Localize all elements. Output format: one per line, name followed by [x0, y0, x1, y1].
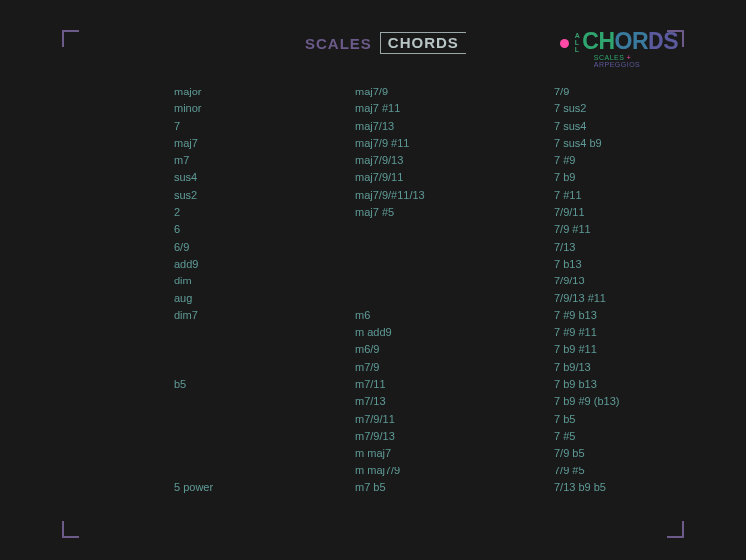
chord-item[interactable]: aug — [174, 290, 355, 307]
mode-tabs: SCALES CHORDS — [305, 32, 466, 54]
chord-item[interactable]: m7/11 — [355, 376, 554, 393]
chord-item[interactable]: m7/9 — [355, 359, 554, 376]
chord-list: majorminor7maj7m7sus4sus2266/9add9dimaug… — [174, 84, 668, 540]
chord-item[interactable]: 7/9/13 #11 — [554, 290, 668, 307]
chord-item[interactable]: minor — [174, 100, 355, 117]
chord-item[interactable]: 7 #9 #11 — [554, 324, 668, 341]
list-spacer — [174, 428, 355, 445]
chord-item[interactable]: 7 sus2 — [554, 100, 668, 117]
chord-item[interactable]: maj7/9/#11/13 — [355, 187, 554, 204]
chord-item[interactable]: 7/9 #11 — [554, 221, 668, 238]
logo-main-text: CHORDS — [582, 30, 678, 53]
chord-item[interactable]: 6/9 — [174, 239, 355, 256]
chord-item[interactable]: sus2 — [174, 187, 355, 204]
chord-item[interactable]: 7 b9/13 — [554, 359, 668, 376]
frame-corner-bl — [62, 521, 79, 538]
chord-item[interactable]: 7 sus4 — [554, 118, 668, 135]
chord-item[interactable]: dim — [174, 273, 355, 289]
tab-scales[interactable]: SCALES — [305, 35, 372, 52]
chord-item[interactable]: 7/13 b9 b5 — [554, 479, 668, 496]
frame-corner-br — [667, 521, 684, 538]
chord-item[interactable]: m7 b5 — [355, 479, 554, 496]
chord-item[interactable]: b5 — [174, 376, 355, 393]
chord-item[interactable]: 7 #9 b13 — [554, 307, 668, 324]
chord-item[interactable]: 7 — [174, 118, 355, 135]
chord-item[interactable]: 7/13 — [554, 239, 668, 256]
list-spacer — [355, 290, 554, 307]
list-spacer — [355, 256, 554, 273]
chord-item[interactable]: 7/9 b5 — [554, 445, 668, 462]
logo-subtitle: SCALES + ARPEGGIOS — [594, 54, 678, 68]
chord-item[interactable]: add9 — [174, 256, 355, 273]
chord-item[interactable]: 7/9 #5 — [554, 463, 668, 479]
chord-item[interactable]: maj7 #5 — [355, 204, 554, 221]
chord-item[interactable]: m7/13 — [355, 393, 554, 410]
list-spacer — [174, 359, 355, 376]
list-spacer — [355, 239, 554, 256]
chord-item[interactable]: maj7 — [174, 135, 355, 152]
list-spacer — [174, 445, 355, 462]
chord-item[interactable]: 7 #5 — [554, 428, 668, 445]
list-spacer — [174, 411, 355, 428]
chord-item[interactable]: major — [174, 84, 355, 100]
chord-item[interactable]: maj7/9 #11 — [355, 135, 554, 152]
chord-item[interactable]: m7/9/13 — [355, 428, 554, 445]
chord-item[interactable]: m add9 — [355, 324, 554, 341]
chord-item[interactable]: 7 b13 — [554, 256, 668, 273]
chord-item[interactable]: maj7/9/11 — [355, 169, 554, 186]
chord-item[interactable]: sus4 — [174, 169, 355, 186]
chord-item[interactable]: maj7/9/13 — [355, 152, 554, 169]
chord-item[interactable]: 7 b5 — [554, 411, 668, 428]
chord-item[interactable]: maj7/9 — [355, 84, 554, 100]
chord-item[interactable]: 6 — [174, 221, 355, 238]
app-logo: A L L CHORDS SCALES + ARPEGGIOS — [560, 30, 678, 53]
chord-item[interactable]: 7 #9 — [554, 152, 668, 169]
list-spacer — [355, 221, 554, 238]
chord-item[interactable]: 7 b9 — [554, 169, 668, 186]
chord-item[interactable]: 5 power — [174, 479, 355, 496]
list-spacer — [174, 463, 355, 479]
chord-item[interactable]: m7/9/11 — [355, 411, 554, 428]
chord-column-3: 7/97 sus27 sus47 sus4 b97 #97 b97 #117/9… — [554, 84, 668, 540]
chord-item[interactable]: 7/9/11 — [554, 204, 668, 221]
chord-item[interactable]: 7 sus4 b9 — [554, 135, 668, 152]
chord-item[interactable]: m6/9 — [355, 341, 554, 358]
chord-item[interactable]: m maj7 — [355, 445, 554, 462]
list-spacer — [355, 273, 554, 289]
chord-item[interactable]: 7 #11 — [554, 187, 668, 204]
chord-item[interactable]: 7/9 — [554, 84, 668, 100]
chord-item[interactable]: m maj7/9 — [355, 463, 554, 479]
chord-item[interactable]: 2 — [174, 204, 355, 221]
logo-all-label: A L L — [575, 32, 581, 53]
chord-item[interactable]: maj7 #11 — [355, 100, 554, 117]
list-spacer — [174, 341, 355, 358]
chord-item[interactable]: dim7 — [174, 307, 355, 324]
chord-item[interactable]: 7 b9 #9 (b13) — [554, 393, 668, 410]
chord-item[interactable]: 7/9/13 — [554, 273, 668, 289]
chord-item[interactable]: m7 — [174, 152, 355, 169]
chord-item[interactable]: m6 — [355, 307, 554, 324]
tab-chords[interactable]: CHORDS — [380, 32, 466, 54]
header: SCALES CHORDS A L L CHORDS SCALES + ARPE… — [0, 30, 746, 64]
chord-item[interactable]: 7 b9 b13 — [554, 376, 668, 393]
chord-column-2: maj7/9maj7 #11maj7/13maj7/9 #11maj7/9/13… — [355, 84, 554, 540]
list-spacer — [174, 393, 355, 410]
chord-item[interactable]: 7 b9 #11 — [554, 341, 668, 358]
list-spacer — [174, 324, 355, 341]
logo-dot-icon — [560, 39, 569, 48]
chord-item[interactable]: maj7/13 — [355, 118, 554, 135]
chord-column-1: majorminor7maj7m7sus4sus2266/9add9dimaug… — [174, 84, 355, 540]
